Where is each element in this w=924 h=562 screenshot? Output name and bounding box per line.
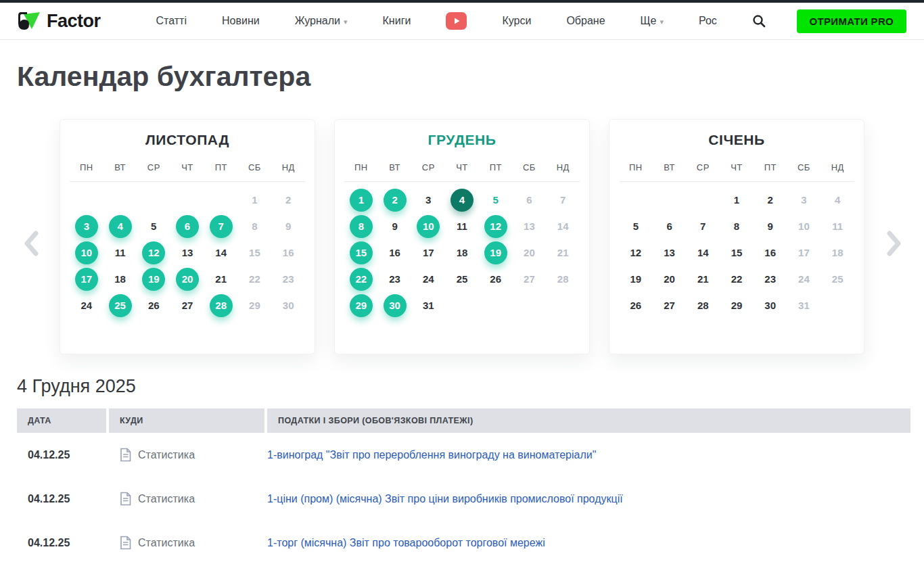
day-gruden-27[interactable]: 27 <box>517 268 540 291</box>
day-sichen-15[interactable]: 15 <box>725 241 748 264</box>
day-lystopad-28[interactable]: 28 <box>210 294 233 317</box>
day-lystopad-18[interactable]: 18 <box>109 268 132 291</box>
day-gruden-28[interactable]: 28 <box>551 268 574 291</box>
day-lystopad-13[interactable]: 13 <box>176 241 199 264</box>
day-lystopad-14[interactable]: 14 <box>210 241 233 264</box>
day-gruden-13[interactable]: 13 <box>517 215 540 238</box>
day-lystopad-24[interactable]: 24 <box>75 294 98 317</box>
search-button[interactable] <box>752 14 766 28</box>
nav-item-shche[interactable]: Ще▾ <box>641 15 664 27</box>
day-gruden-20[interactable]: 20 <box>517 241 540 264</box>
day-gruden-24[interactable]: 24 <box>417 268 440 291</box>
day-lystopad-10[interactable]: 10 <box>75 241 98 264</box>
day-gruden-2[interactable]: 2 <box>384 189 407 212</box>
day-lystopad-3[interactable]: 3 <box>75 215 98 238</box>
day-gruden-14[interactable]: 14 <box>551 215 574 238</box>
nav-item-novyny[interactable]: Новини <box>222 15 260 27</box>
day-gruden-5[interactable]: 5 <box>484 189 507 212</box>
day-gruden-16[interactable]: 16 <box>384 241 407 264</box>
day-gruden-31[interactable]: 31 <box>417 294 440 317</box>
day-gruden-25[interactable]: 25 <box>451 268 473 291</box>
day-lystopad-21[interactable]: 21 <box>210 268 233 291</box>
day-lystopad-16[interactable]: 16 <box>277 241 300 264</box>
day-sichen-1[interactable]: 1 <box>725 189 748 212</box>
nav-item-zhurnaly[interactable]: Журнали▾ <box>295 15 348 27</box>
day-lystopad-12[interactable]: 12 <box>142 241 165 264</box>
day-lystopad-17[interactable]: 17 <box>75 268 98 291</box>
day-gruden-12[interactable]: 12 <box>484 215 507 238</box>
day-gruden-26[interactable]: 26 <box>484 268 507 291</box>
nav-item-kursy[interactable]: Курси <box>502 15 531 27</box>
day-lystopad-6[interactable]: 6 <box>176 215 199 238</box>
day-gruden-30[interactable]: 30 <box>384 294 407 317</box>
day-gruden-3[interactable]: 3 <box>417 189 440 212</box>
day-sichen-26[interactable]: 26 <box>624 294 647 317</box>
day-sichen-27[interactable]: 27 <box>658 294 681 317</box>
day-sichen-17[interactable]: 17 <box>792 241 815 264</box>
day-lystopad-27[interactable]: 27 <box>176 294 199 317</box>
day-sichen-11[interactable]: 11 <box>826 215 849 238</box>
day-sichen-18[interactable]: 18 <box>826 241 849 264</box>
day-sichen-3[interactable]: 3 <box>792 189 815 212</box>
day-gruden-10[interactable]: 10 <box>417 215 440 238</box>
youtube-button[interactable] <box>446 12 467 30</box>
day-sichen-19[interactable]: 19 <box>624 268 647 291</box>
day-gruden-9[interactable]: 9 <box>384 215 407 238</box>
day-lystopad-23[interactable]: 23 <box>277 268 300 291</box>
day-lystopad-11[interactable]: 11 <box>109 241 132 264</box>
day-sichen-21[interactable]: 21 <box>691 268 714 291</box>
get-pro-button[interactable]: ОТРИМАТИ PRO <box>797 9 906 33</box>
day-sichen-23[interactable]: 23 <box>759 268 782 291</box>
day-sichen-7[interactable]: 7 <box>691 215 714 238</box>
nav-item-knyhy[interactable]: Книги <box>383 15 411 27</box>
day-gruden-6[interactable]: 6 <box>517 189 540 212</box>
day-sichen-24[interactable]: 24 <box>792 268 815 291</box>
day-gruden-17[interactable]: 17 <box>417 241 440 264</box>
day-lystopad-7[interactable]: 7 <box>210 215 233 238</box>
day-lystopad-4[interactable]: 4 <box>109 215 132 238</box>
day-gruden-22[interactable]: 22 <box>350 268 373 291</box>
day-lystopad-5[interactable]: 5 <box>142 215 165 238</box>
day-lystopad-1[interactable]: 1 <box>243 189 266 212</box>
day-sichen-6[interactable]: 6 <box>658 215 681 238</box>
day-lystopad-15[interactable]: 15 <box>243 241 266 264</box>
calendar-next-button[interactable] <box>881 225 908 262</box>
day-lystopad-2[interactable]: 2 <box>277 189 300 212</box>
task-link[interactable]: 1-торг (місячна) Звіт про товарооборот т… <box>267 537 545 548</box>
nav-item-statti[interactable]: Статті <box>156 15 187 27</box>
day-sichen-9[interactable]: 9 <box>759 215 782 238</box>
nav-item-ros[interactable]: Рос <box>699 15 717 27</box>
day-gruden-15[interactable]: 15 <box>350 241 373 264</box>
day-lystopad-19[interactable]: 19 <box>142 268 165 291</box>
day-sichen-20[interactable]: 20 <box>658 268 681 291</box>
day-sichen-13[interactable]: 13 <box>658 241 681 264</box>
day-lystopad-20[interactable]: 20 <box>176 268 199 291</box>
day-gruden-4[interactable]: 4 <box>451 189 473 212</box>
day-sichen-12[interactable]: 12 <box>624 241 647 264</box>
day-lystopad-26[interactable]: 26 <box>142 294 165 317</box>
day-gruden-29[interactable]: 29 <box>350 294 373 317</box>
day-lystopad-9[interactable]: 9 <box>277 215 300 238</box>
day-lystopad-30[interactable]: 30 <box>277 294 300 317</box>
logo[interactable]: Factor <box>18 10 101 32</box>
nav-item-obrane[interactable]: Обране <box>566 15 605 27</box>
day-sichen-16[interactable]: 16 <box>759 241 782 264</box>
day-gruden-7[interactable]: 7 <box>551 189 574 212</box>
day-sichen-10[interactable]: 10 <box>792 215 815 238</box>
day-sichen-4[interactable]: 4 <box>826 189 849 212</box>
day-gruden-11[interactable]: 11 <box>451 215 473 238</box>
day-gruden-8[interactable]: 8 <box>350 215 373 238</box>
day-sichen-29[interactable]: 29 <box>725 294 748 317</box>
day-lystopad-29[interactable]: 29 <box>243 294 266 317</box>
day-sichen-25[interactable]: 25 <box>826 268 849 291</box>
day-gruden-19[interactable]: 19 <box>484 241 507 264</box>
day-lystopad-8[interactable]: 8 <box>243 215 266 238</box>
task-link[interactable]: 1-ціни (пром) (місячна) Звіт про ціни ви… <box>267 493 623 505</box>
day-gruden-1[interactable]: 1 <box>350 189 373 212</box>
day-sichen-14[interactable]: 14 <box>691 241 714 264</box>
day-sichen-8[interactable]: 8 <box>725 215 748 238</box>
task-link[interactable]: 1-виноград "Звіт про перероблення виногр… <box>267 449 596 461</box>
day-gruden-21[interactable]: 21 <box>551 241 574 264</box>
day-sichen-22[interactable]: 22 <box>725 268 748 291</box>
day-sichen-31[interactable]: 31 <box>792 294 815 317</box>
